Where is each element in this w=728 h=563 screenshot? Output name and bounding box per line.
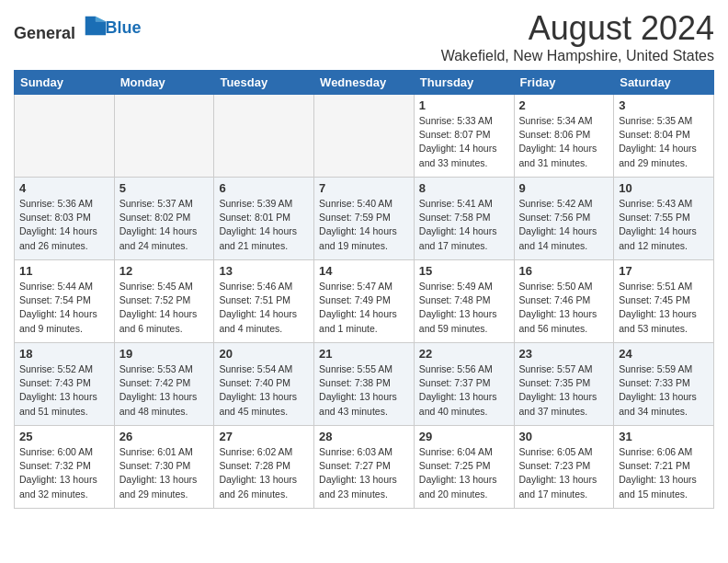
day-header-tuesday: Tuesday — [214, 71, 314, 95]
cell-info-7: Sunrise: 5:40 AMSunset: 7:59 PMDaylight:… — [319, 197, 409, 253]
logo-icon — [82, 13, 108, 39]
week-row-4: 18Sunrise: 5:52 AMSunset: 7:43 PMDayligh… — [15, 343, 714, 426]
cell-date-8: 8 — [419, 181, 509, 195]
cell-date-1: 1 — [419, 98, 509, 112]
main-title: August 2024 — [441, 9, 714, 48]
cell-date-29: 29 — [419, 430, 509, 443]
day-header-thursday: Thursday — [414, 71, 514, 95]
day-cell-2: 2Sunrise: 5:34 AMSunset: 8:06 PMDaylight… — [514, 95, 614, 178]
cell-date-28: 28 — [319, 430, 409, 443]
cell-date-11: 11 — [19, 264, 109, 278]
day-cell-28: 28Sunrise: 6:03 AMSunset: 7:27 PMDayligh… — [314, 426, 415, 509]
cell-date-23: 23 — [519, 347, 609, 361]
day-cell-27: 27Sunrise: 6:02 AMSunset: 7:28 PMDayligh… — [214, 426, 314, 509]
cell-info-1: Sunrise: 5:33 AMSunset: 8:07 PMDaylight:… — [419, 114, 509, 170]
day-cell-8: 8Sunrise: 5:41 AMSunset: 7:58 PMDaylight… — [414, 178, 514, 260]
cell-info-21: Sunrise: 5:55 AMSunset: 7:38 PMDaylight:… — [319, 362, 409, 419]
empty-cell — [114, 95, 214, 178]
day-cell-6: 6Sunrise: 5:39 AMSunset: 8:01 PMDaylight… — [214, 178, 314, 260]
cell-date-24: 24 — [619, 347, 709, 361]
cell-date-6: 6 — [219, 181, 309, 195]
cell-date-16: 16 — [519, 264, 609, 278]
day-cell-16: 16Sunrise: 5:50 AMSunset: 7:46 PMDayligh… — [514, 260, 614, 343]
cell-date-19: 19 — [119, 347, 210, 361]
cell-info-2: Sunrise: 5:34 AMSunset: 8:06 PMDaylight:… — [519, 114, 609, 170]
cell-date-15: 15 — [419, 264, 509, 278]
empty-cell — [314, 95, 415, 178]
cell-info-17: Sunrise: 5:51 AMSunset: 7:45 PMDaylight:… — [619, 280, 709, 336]
cell-date-31: 31 — [619, 430, 709, 443]
day-cell-20: 20Sunrise: 5:54 AMSunset: 7:40 PMDayligh… — [214, 343, 314, 426]
cell-date-22: 22 — [419, 347, 509, 361]
logo-general: General — [14, 24, 75, 42]
day-header-friday: Friday — [514, 71, 614, 95]
day-cell-26: 26Sunrise: 6:01 AMSunset: 7:30 PMDayligh… — [114, 426, 214, 509]
day-cell-12: 12Sunrise: 5:45 AMSunset: 7:52 PMDayligh… — [114, 260, 214, 343]
cell-info-12: Sunrise: 5:45 AMSunset: 7:52 PMDaylight:… — [119, 280, 210, 336]
logo: General Blue — [14, 13, 142, 43]
empty-cell — [15, 95, 115, 178]
cell-info-15: Sunrise: 5:49 AMSunset: 7:48 PMDaylight:… — [419, 280, 509, 336]
cell-info-25: Sunrise: 6:00 AMSunset: 7:32 PMDaylight:… — [19, 445, 109, 501]
cell-info-22: Sunrise: 5:56 AMSunset: 7:37 PMDaylight:… — [419, 362, 509, 419]
day-header-wednesday: Wednesday — [314, 71, 415, 95]
cell-info-11: Sunrise: 5:44 AMSunset: 7:54 PMDaylight:… — [19, 280, 109, 336]
week-row-1: 1Sunrise: 5:33 AMSunset: 8:07 PMDaylight… — [15, 95, 714, 178]
cell-date-7: 7 — [319, 181, 409, 195]
cell-date-25: 25 — [19, 430, 109, 443]
day-header-sunday: Sunday — [15, 71, 115, 95]
logo-blue: Blue — [106, 18, 142, 37]
cell-date-12: 12 — [119, 264, 210, 278]
day-cell-17: 17Sunrise: 5:51 AMSunset: 7:45 PMDayligh… — [614, 260, 714, 343]
cell-info-14: Sunrise: 5:47 AMSunset: 7:49 PMDaylight:… — [319, 280, 409, 336]
day-cell-19: 19Sunrise: 5:53 AMSunset: 7:42 PMDayligh… — [114, 343, 214, 426]
cell-info-27: Sunrise: 6:02 AMSunset: 7:28 PMDaylight:… — [219, 445, 309, 501]
week-row-2: 4Sunrise: 5:36 AMSunset: 8:03 PMDaylight… — [15, 178, 714, 260]
cell-date-14: 14 — [319, 264, 409, 278]
cell-date-26: 26 — [119, 430, 210, 443]
day-cell-22: 22Sunrise: 5:56 AMSunset: 7:37 PMDayligh… — [414, 343, 514, 426]
day-cell-21: 21Sunrise: 5:55 AMSunset: 7:38 PMDayligh… — [314, 343, 415, 426]
cell-info-10: Sunrise: 5:43 AMSunset: 7:55 PMDaylight:… — [619, 197, 709, 253]
cell-date-30: 30 — [519, 430, 609, 443]
cell-info-3: Sunrise: 5:35 AMSunset: 8:04 PMDaylight:… — [619, 114, 709, 170]
cell-date-18: 18 — [19, 347, 109, 361]
cell-date-2: 2 — [519, 98, 609, 112]
cell-date-21: 21 — [319, 347, 409, 361]
cell-date-5: 5 — [119, 181, 210, 195]
empty-cell — [214, 95, 314, 178]
title-area: August 2024 Wakefield, New Hampshire, Un… — [441, 9, 714, 64]
cell-info-8: Sunrise: 5:41 AMSunset: 7:58 PMDaylight:… — [419, 197, 509, 253]
cell-info-31: Sunrise: 6:06 AMSunset: 7:21 PMDaylight:… — [619, 445, 709, 501]
day-headers-row: SundayMondayTuesdayWednesdayThursdayFrid… — [15, 71, 714, 95]
day-cell-7: 7Sunrise: 5:40 AMSunset: 7:59 PMDaylight… — [314, 178, 415, 260]
cell-date-9: 9 — [519, 181, 609, 195]
day-cell-14: 14Sunrise: 5:47 AMSunset: 7:49 PMDayligh… — [314, 260, 415, 343]
day-cell-31: 31Sunrise: 6:06 AMSunset: 7:21 PMDayligh… — [614, 426, 714, 509]
cell-date-20: 20 — [219, 347, 309, 361]
day-cell-11: 11Sunrise: 5:44 AMSunset: 7:54 PMDayligh… — [15, 260, 115, 343]
cell-info-4: Sunrise: 5:36 AMSunset: 8:03 PMDaylight:… — [19, 197, 109, 253]
day-cell-15: 15Sunrise: 5:49 AMSunset: 7:48 PMDayligh… — [414, 260, 514, 343]
day-cell-4: 4Sunrise: 5:36 AMSunset: 8:03 PMDaylight… — [15, 178, 115, 260]
day-cell-24: 24Sunrise: 5:59 AMSunset: 7:33 PMDayligh… — [614, 343, 714, 426]
cell-date-3: 3 — [619, 98, 709, 112]
day-cell-29: 29Sunrise: 6:04 AMSunset: 7:25 PMDayligh… — [414, 426, 514, 509]
week-row-5: 25Sunrise: 6:00 AMSunset: 7:32 PMDayligh… — [15, 426, 714, 509]
cell-info-6: Sunrise: 5:39 AMSunset: 8:01 PMDaylight:… — [219, 197, 309, 253]
cell-date-4: 4 — [19, 181, 109, 195]
day-cell-9: 9Sunrise: 5:42 AMSunset: 7:56 PMDaylight… — [514, 178, 614, 260]
cell-info-20: Sunrise: 5:54 AMSunset: 7:40 PMDaylight:… — [219, 362, 309, 419]
cell-info-28: Sunrise: 6:03 AMSunset: 7:27 PMDaylight:… — [319, 445, 409, 501]
day-cell-23: 23Sunrise: 5:57 AMSunset: 7:35 PMDayligh… — [514, 343, 614, 426]
cell-date-13: 13 — [219, 264, 309, 278]
day-cell-3: 3Sunrise: 5:35 AMSunset: 8:04 PMDaylight… — [614, 95, 714, 178]
cell-date-27: 27 — [219, 430, 309, 443]
day-header-saturday: Saturday — [614, 71, 714, 95]
cell-info-19: Sunrise: 5:53 AMSunset: 7:42 PMDaylight:… — [119, 362, 210, 419]
cell-info-30: Sunrise: 6:05 AMSunset: 7:23 PMDaylight:… — [519, 445, 609, 501]
cell-info-26: Sunrise: 6:01 AMSunset: 7:30 PMDaylight:… — [119, 445, 210, 501]
day-cell-25: 25Sunrise: 6:00 AMSunset: 7:32 PMDayligh… — [15, 426, 115, 509]
svg-marker-1 — [95, 17, 105, 22]
day-header-monday: Monday — [114, 71, 214, 95]
